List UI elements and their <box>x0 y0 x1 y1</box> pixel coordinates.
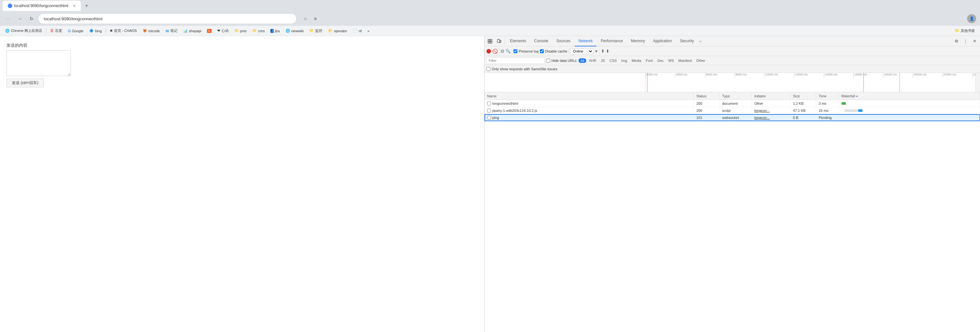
tab-elements[interactable]: Elements <box>506 36 530 46</box>
preserve-log-checkbox[interactable] <box>514 49 517 53</box>
back-button[interactable]: ← <box>4 14 13 23</box>
export-har-button[interactable]: ⬇ <box>606 49 609 54</box>
tab-close-icon[interactable]: ✕ <box>73 4 76 8</box>
forward-button[interactable]: → <box>16 14 24 23</box>
filter-bar: Hide data URLs All XHR JS CSS Img Media … <box>485 56 980 65</box>
bookmark-google[interactable]: G Google <box>65 27 86 35</box>
bookmark-baidu[interactable]: 百 百度 <box>48 27 65 35</box>
bookmark-newwiki[interactable]: 🌐 newwiki <box>283 27 307 35</box>
table-row-selected[interactable]: ping 101 websocket longcon... 0 B Pendin… <box>485 114 980 121</box>
operator-icon: 📁 <box>328 29 332 33</box>
filter-type-js[interactable]: JS <box>599 58 607 63</box>
header-size[interactable]: Size <box>791 92 816 100</box>
row1-checkbox[interactable] <box>487 102 491 105</box>
bookmark-bing[interactable]: 🔷 bing <box>87 27 104 35</box>
bookmark-separator-1 <box>46 28 46 34</box>
bookmark-micode[interactable]: 🦊 micode <box>140 27 162 35</box>
tab-security[interactable]: Security <box>676 36 698 46</box>
message-textarea[interactable] <box>6 50 71 76</box>
samesite-label[interactable]: Only show requests with SameSite issues <box>487 67 557 71</box>
table-empty-space <box>485 121 980 218</box>
clear-button[interactable]: 🚫 <box>492 49 498 54</box>
filter-type-img[interactable]: Img <box>619 58 629 63</box>
active-tab[interactable]: localhost:9090/longconnecthtml ✕ <box>3 1 81 11</box>
bookmark-notes[interactable]: W 笔记 <box>163 27 180 35</box>
row2-type: script <box>719 107 752 114</box>
import-har-button[interactable]: ⬆ <box>601 49 605 54</box>
search-button[interactable]: 🔍 <box>506 49 511 54</box>
profile-icon[interactable]: 👤 <box>967 14 976 23</box>
row2-time: 15 ms <box>816 107 838 114</box>
toolbar-sep-1 <box>499 48 500 54</box>
header-name[interactable]: Name <box>485 92 694 100</box>
tab-memory[interactable]: Memory <box>627 36 649 46</box>
svg-rect-0 <box>488 39 490 41</box>
preserve-log-label[interactable]: Preserve log <box>514 49 539 53</box>
row2-checkbox[interactable] <box>487 109 491 112</box>
more-options-button[interactable]: ⋮ <box>961 37 970 45</box>
tab-sources[interactable]: Sources <box>552 36 574 46</box>
new-tab-button[interactable]: + <box>82 1 91 10</box>
throttle-select[interactable]: Online Slow 3G Fast 3G <box>570 48 593 54</box>
table-row[interactable]: jquery-1-edb203c114.10.2.js 200 script l… <box>485 107 980 114</box>
disable-cache-label[interactable]: Disable cache <box>540 49 567 53</box>
filter-type-all[interactable]: All <box>579 58 586 63</box>
row2-initiator: longcon... <box>752 107 791 114</box>
inspect-element-button[interactable] <box>486 37 494 45</box>
device-toolbar-button[interactable] <box>495 37 503 45</box>
bookmark-jira[interactable]: J jira <box>268 27 282 35</box>
bookmark-tb[interactable]: tb <box>204 27 214 35</box>
row3-name: ping <box>485 114 694 121</box>
header-waterfall[interactable]: Waterfall <box>838 92 980 100</box>
bookmark-operator[interactable]: 📁 operator <box>326 27 350 35</box>
tab-console[interactable]: Console <box>530 36 552 46</box>
filter-type-manifest[interactable]: Manifest <box>676 58 694 63</box>
filter-type-css[interactable]: CSS <box>608 58 619 63</box>
header-type[interactable]: Type <box>719 92 752 100</box>
browser-action-icons: 👤 <box>967 14 976 23</box>
table-row[interactable]: longconnecthtml 200 document Other 1.2 K… <box>485 100 980 107</box>
more-tabs-button[interactable]: » <box>699 39 701 43</box>
filter-type-xhr[interactable]: XHR <box>587 58 598 63</box>
devtools-right-icons: ⚙ ⋮ ✕ <box>952 37 979 45</box>
send-button[interactable]: 发送 (ctrl+回车) <box>6 79 44 87</box>
tab-performance[interactable]: Performance <box>597 36 627 46</box>
filter-type-other[interactable]: Other <box>694 58 707 63</box>
record-button[interactable] <box>487 49 491 54</box>
bookmark-chaos[interactable]: ✖ 首页 - CHAOS <box>107 27 139 35</box>
star-icon[interactable]: ☆ <box>301 14 310 23</box>
bookmark-chrome-store[interactable]: 🌐 Chrome 网上应用店 <box>3 27 45 35</box>
extension-icon[interactable]: ⊕ <box>311 14 319 23</box>
hide-data-urls-label[interactable]: Hide data URLs <box>546 59 577 62</box>
bookmark-pms[interactable]: 📁 pms <box>232 27 250 35</box>
address-input[interactable]: localhost:9090/longconnecthtml <box>39 14 296 24</box>
filter-type-ws[interactable]: WS <box>666 58 676 63</box>
bookmark-xindong[interactable]: ❤ 心动 <box>215 27 231 35</box>
tick-20000: 20000 ms <box>913 73 927 78</box>
tab-application[interactable]: Application <box>649 36 676 46</box>
close-devtools-button[interactable]: ✕ <box>970 37 979 45</box>
bookmark-cms[interactable]: 📁 cms <box>250 27 267 35</box>
header-status[interactable]: Status <box>694 92 719 100</box>
timeline-ruler: 2000 ms 4000 ms 6000 ms 8000 ms 10000 ms… <box>646 73 975 92</box>
bookmark-more[interactable]: » <box>365 27 372 35</box>
filter-toggle-button[interactable]: ⊟ <box>501 49 504 54</box>
hide-data-urls-checkbox[interactable] <box>546 59 550 62</box>
filter-type-doc[interactable]: Doc <box>655 58 666 63</box>
tab-network[interactable]: Network <box>575 36 597 46</box>
disable-cache-checkbox[interactable] <box>540 49 544 53</box>
settings-button[interactable]: ⚙ <box>952 37 961 45</box>
filter-type-font[interactable]: Font <box>644 58 655 63</box>
header-time[interactable]: Time <box>816 92 838 100</box>
header-initiator[interactable]: Initiator <box>752 92 791 100</box>
bookmark-monitor[interactable]: 📁 监控 <box>307 27 325 35</box>
bookmark-shopapi[interactable]: 📊 shopapi <box>181 27 204 35</box>
filter-type-media[interactable]: Media <box>630 58 643 63</box>
filter-input[interactable] <box>487 57 544 64</box>
bookmark-nf[interactable]: 📄 nf <box>350 27 364 35</box>
samesite-checkbox[interactable] <box>487 67 490 71</box>
reload-button[interactable]: ↻ <box>27 14 36 23</box>
throttle-dropdown-icon[interactable]: ▼ <box>595 49 598 53</box>
other-bookmarks[interactable]: 📁 其他书签 <box>952 27 977 35</box>
row3-checkbox[interactable] <box>487 116 491 120</box>
